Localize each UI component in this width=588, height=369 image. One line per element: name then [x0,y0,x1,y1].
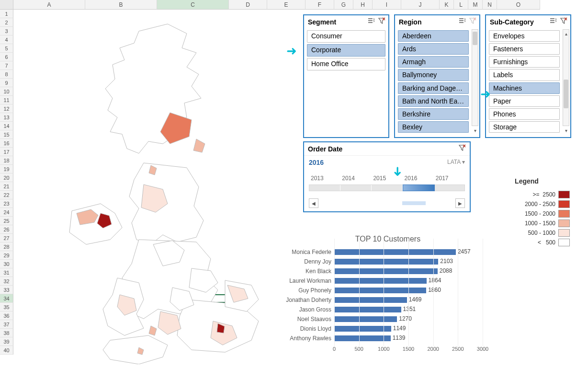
row-header-33[interactable]: 33 [0,286,13,294]
col-header-N[interactable]: N [483,0,497,10]
row-header-39[interactable]: 39 [0,337,13,346]
timeline-mini-scroll[interactable] [322,201,452,205]
slicer-item[interactable]: Ballymoney [398,69,469,81]
row-header-12[interactable]: 12 [0,104,13,113]
row-header-4[interactable]: 4 [0,35,13,44]
slicer-item[interactable]: Aberdeen [398,30,469,42]
row-header-34[interactable]: 34 [0,294,13,303]
row-header-32[interactable]: 32 [0,277,13,286]
scroll-down-icon[interactable]: ▾ [563,127,569,134]
bar[interactable] [334,268,438,274]
top-customers-chart[interactable]: TOP 10 Customers Monica Federle2457Denny… [278,235,498,353]
timeline-scroll-left[interactable]: ◀ [309,198,318,208]
col-header-K[interactable]: K [440,0,454,10]
slicer-item[interactable]: Barking and Dage… [398,82,469,94]
col-header-A[interactable]: A [13,0,85,10]
row-header-27[interactable]: 27 [0,234,13,242]
row-header-17[interactable]: 17 [0,148,13,156]
row-header-15[interactable]: 15 [0,130,13,139]
timeline-order-date[interactable]: Order Date 2016 LATA ▾ 20132014201520162… [303,141,471,212]
row-header-2[interactable]: 2 [0,18,13,27]
row-header-25[interactable]: 25 [0,217,13,225]
scrollbar-thumb[interactable] [564,80,568,108]
select-all-corner[interactable] [0,0,13,10]
col-header-J[interactable]: J [401,0,440,10]
row-header-11[interactable]: 11 [0,96,13,104]
row-header-30[interactable]: 30 [0,260,13,268]
timeline-year-segment[interactable] [309,185,340,191]
slicer-item[interactable]: Paper [489,95,560,107]
col-header-M[interactable]: M [468,0,483,10]
column-headers[interactable]: ABCDEFGHIJKLMNO [0,0,540,10]
slicer-segment[interactable]: Segment ConsumerCorporateHome Office [303,14,389,138]
row-header-18[interactable]: 18 [0,156,13,165]
col-header-D[interactable]: D [229,0,267,10]
timeline-year-segment[interactable] [434,185,464,191]
clear-filter-icon[interactable] [560,17,567,26]
slicer-item[interactable]: Ards [398,43,469,55]
row-header-21[interactable]: 21 [0,182,13,191]
timeline-period-dropdown[interactable]: LATA ▾ [447,159,465,165]
row-header-40[interactable]: 40 [0,346,13,355]
bar[interactable] [334,335,391,341]
slicer-item[interactable]: Corporate [307,44,385,57]
row-header-13[interactable]: 13 [0,113,13,122]
slicer-item[interactable]: Storage [489,121,560,133]
scrollbar[interactable]: ▴▾ [472,29,478,126]
row-header-28[interactable]: 28 [0,242,13,251]
row-header-29[interactable]: 29 [0,251,13,260]
row-header-8[interactable]: 8 [0,70,13,79]
row-header-37[interactable]: 37 [0,320,13,329]
slicer-item[interactable]: Fasteners [489,43,560,55]
slicer-item[interactable]: Phones [489,108,560,120]
bar[interactable] [334,288,426,293]
bar[interactable] [334,297,407,303]
slicer-item[interactable]: Furnishings [489,56,560,68]
timeline-year-segment[interactable] [372,185,403,191]
row-header-3[interactable]: 3 [0,27,13,35]
slicer-region[interactable]: Region AberdeenArdsArmaghBallymoneyBarki… [394,14,480,138]
row-header-20[interactable]: 20 [0,173,13,182]
row-header-1[interactable]: 1 [0,10,13,18]
col-header-F[interactable]: F [305,0,334,10]
slicer-item[interactable]: Labels [489,69,560,81]
col-header-O[interactable]: O [497,0,540,10]
row-header-9[interactable]: 9 [0,79,13,87]
col-header-G[interactable]: G [334,0,353,10]
bar[interactable] [334,259,438,265]
scrollbar-thumb[interactable] [473,32,477,45]
slicer-item[interactable]: Consumer [307,30,385,43]
bar[interactable] [334,307,401,312]
bar[interactable] [334,278,427,284]
col-header-L[interactable]: L [454,0,468,10]
clear-filter-icon[interactable] [378,17,385,26]
row-header-10[interactable]: 10 [0,87,13,96]
slicer-item[interactable]: Bexley [398,121,469,133]
timeline-scale[interactable]: 20132014201520162017 [309,175,465,198]
scrollbar[interactable]: ▴▾ [563,29,569,126]
slicer-item[interactable]: Bath and North Ea… [398,95,469,107]
multiselect-icon[interactable] [549,17,557,26]
multiselect-icon[interactable] [367,17,375,26]
row-headers[interactable]: 1234567891011121314151617181920212223242… [0,10,13,355]
clear-filter-icon[interactable] [458,144,466,153]
slicer-item[interactable]: Machines [489,82,560,94]
bar[interactable] [334,316,397,322]
slicer-item[interactable]: Berkshire [398,108,469,120]
bar[interactable] [334,249,456,255]
row-header-5[interactable]: 5 [0,44,13,53]
row-header-24[interactable]: 24 [0,208,13,217]
row-header-22[interactable]: 22 [0,191,13,199]
col-header-E[interactable]: E [267,0,305,10]
timeline-scroll-right[interactable]: ▶ [455,198,465,208]
row-header-6[interactable]: 6 [0,53,13,61]
col-header-H[interactable]: H [353,0,373,10]
row-header-35[interactable]: 35 [0,303,13,311]
col-header-B[interactable]: B [85,0,157,10]
slicer-item[interactable]: Armagh [398,56,469,68]
slicer-item[interactable]: Envelopes [489,30,560,42]
row-header-7[interactable]: 7 [0,61,13,70]
row-header-16[interactable]: 16 [0,139,13,148]
col-header-I[interactable]: I [373,0,401,10]
row-header-31[interactable]: 31 [0,268,13,277]
